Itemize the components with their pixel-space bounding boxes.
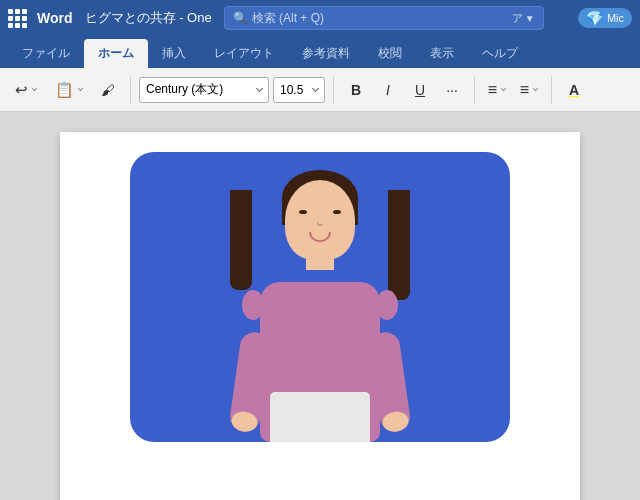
undo-button[interactable]: ↩ (8, 76, 44, 104)
tab-review[interactable]: 校閲 (364, 39, 416, 68)
separator-2 (333, 76, 334, 104)
font-size-label: 10.5 (280, 83, 303, 97)
format-painter-icon: 🖌 (101, 82, 115, 98)
list-button-1[interactable]: ≡ (483, 77, 511, 103)
clipboard-button[interactable]: 📋 (48, 76, 90, 104)
clipboard-dropdown-icon[interactable] (78, 86, 83, 91)
search-box[interactable]: 🔍 ア ▼ (224, 6, 544, 30)
separator-3 (474, 76, 475, 104)
italic-button[interactable]: I (374, 77, 402, 103)
document-page (60, 132, 580, 500)
tab-layout[interactable]: レイアウト (200, 39, 288, 68)
separator-4 (551, 76, 552, 104)
app-grid-icon[interactable] (8, 9, 27, 28)
tab-insert[interactable]: 挿入 (148, 39, 200, 68)
title-bar: Word ヒグマとの共存 - One 🔍 ア ▼ 💎 Mic (0, 0, 640, 36)
format-painter-button[interactable]: 🖌 (94, 77, 122, 103)
hair-right (388, 190, 410, 300)
ribbon-tabs: ファイル ホーム 挿入 レイアウト 参考資料 校閲 表示 ヘルプ (0, 36, 640, 68)
tab-home[interactable]: ホーム (84, 39, 148, 68)
document-area (0, 112, 640, 500)
document-image (130, 152, 510, 442)
person-neck (306, 250, 334, 270)
list-button-2[interactable]: ≡ (515, 77, 543, 103)
person-lower (270, 392, 370, 442)
tab-file[interactable]: ファイル (8, 39, 84, 68)
tab-references[interactable]: 参考資料 (288, 39, 364, 68)
person-figure (220, 162, 420, 442)
person-face (285, 180, 355, 260)
more-formats-button[interactable]: ··· (438, 77, 466, 103)
list1-dropdown-icon[interactable] (501, 86, 506, 91)
doc-title: ヒグマとの共存 - One (85, 9, 212, 27)
font-dropdown-icon[interactable] (256, 85, 263, 92)
underline-button[interactable]: U (406, 77, 434, 103)
undo-icon: ↩ (15, 81, 28, 99)
font-family-selector[interactable]: Century (本文) (139, 77, 269, 103)
tab-view[interactable]: 表示 (416, 39, 468, 68)
tab-help[interactable]: ヘルプ (468, 39, 532, 68)
list2-dropdown-icon[interactable] (533, 86, 538, 91)
app-name: Word (37, 10, 73, 26)
font-size-selector[interactable]: 10.5 (273, 77, 325, 103)
microsoft-badge[interactable]: 💎 Mic (578, 8, 632, 28)
titlebar-right: 💎 Mic (578, 8, 632, 28)
separator-1 (130, 76, 131, 104)
bold-button[interactable]: B (342, 77, 370, 103)
hair-left (230, 190, 252, 290)
font-name-label: Century (本文) (146, 81, 223, 98)
ribbon-toolbar: ↩ 📋 🖌 Century (本文) 10.5 B I U ··· ≡ ≡ A (0, 68, 640, 112)
undo-dropdown-icon[interactable] (32, 86, 37, 91)
clipboard-icon: 📋 (55, 81, 74, 99)
text-highlight-button[interactable]: A (560, 77, 588, 103)
font-size-dropdown-icon[interactable] (312, 85, 319, 92)
search-input[interactable] (252, 11, 512, 25)
